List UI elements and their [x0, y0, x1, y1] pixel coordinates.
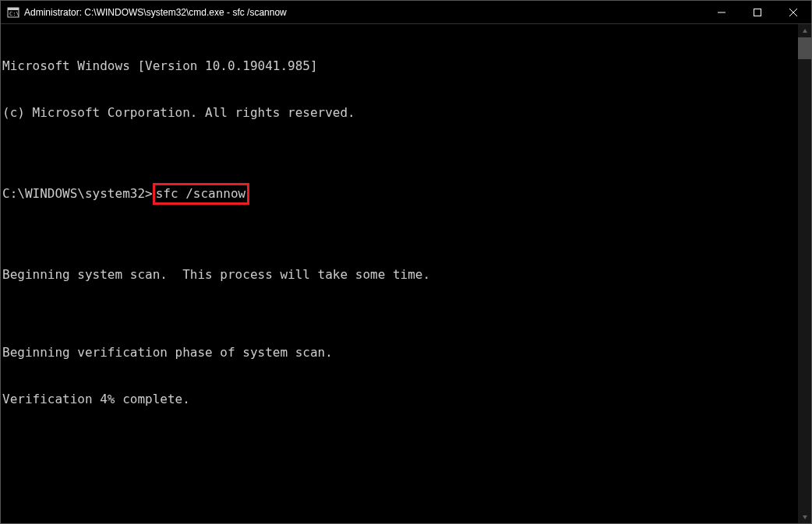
- svg-marker-8: [803, 515, 807, 519]
- minimize-button[interactable]: [704, 1, 740, 24]
- maximize-button[interactable]: [740, 1, 775, 24]
- console-output[interactable]: Microsoft Windows [Version 10.0.19041.98…: [1, 24, 798, 523]
- close-button[interactable]: [775, 1, 811, 24]
- output-line-beginning-scan: Beginning system scan. This process will…: [2, 267, 796, 283]
- scrollbar-thumb[interactable]: [798, 37, 811, 59]
- scrollbar-up-arrow-icon[interactable]: [798, 24, 811, 37]
- command-prompt-window: C:\ Administrator: C:\WINDOWS\system32\c…: [0, 0, 812, 524]
- svg-text:C:\: C:\: [9, 11, 19, 17]
- output-line-verification-phase: Beginning verification phase of system s…: [2, 345, 796, 360]
- cmd-icon: C:\: [7, 6, 19, 19]
- svg-marker-7: [803, 29, 807, 33]
- window-title: Administrator: C:\WINDOWS\system32\cmd.e…: [24, 7, 704, 18]
- output-line-version: Microsoft Windows [Version 10.0.19041.98…: [2, 58, 796, 74]
- scrollbar-track[interactable]: [798, 37, 811, 510]
- command-text: sfc /scannow: [156, 186, 246, 201]
- command-highlight: sfc /scannow: [153, 183, 250, 205]
- titlebar[interactable]: C:\ Administrator: C:\WINDOWS\system32\c…: [1, 1, 811, 24]
- scrollbar-down-arrow-icon[interactable]: [798, 510, 811, 523]
- prompt-prefix: C:\WINDOWS\system32>: [2, 186, 153, 201]
- svg-rect-4: [754, 9, 761, 16]
- output-line-verification-progress: Verification 4% complete.: [2, 392, 796, 407]
- svg-rect-1: [8, 8, 19, 10]
- window-controls: [704, 1, 811, 23]
- output-line-copyright: (c) Microsoft Corporation. All rights re…: [2, 105, 796, 121]
- console-body: Microsoft Windows [Version 10.0.19041.98…: [1, 24, 811, 523]
- vertical-scrollbar[interactable]: [798, 24, 811, 523]
- prompt-line: C:\WINDOWS\system32>sfc /scannow: [2, 183, 796, 205]
